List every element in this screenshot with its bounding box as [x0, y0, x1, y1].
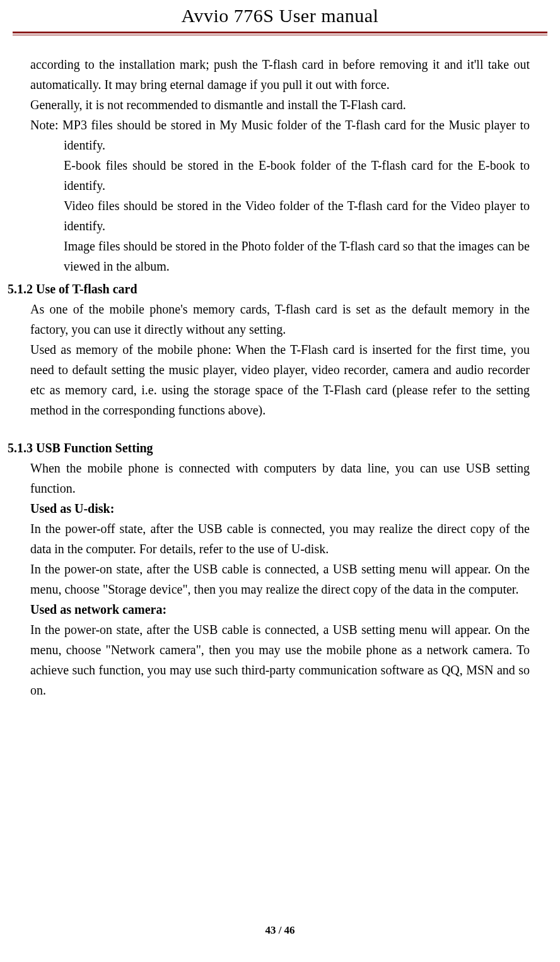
paragraph: In the power-off state, after the USB ca…: [30, 519, 530, 559]
header-title: Avvio 776S User manual: [0, 5, 560, 26]
section-heading-512: 5.1.2 Use of T-flash card: [8, 279, 530, 299]
note-line: Video files should be stored in the Vide…: [30, 196, 530, 236]
section-heading-513: 5.1.3 USB Function Setting: [8, 438, 530, 458]
note-line: Note: MP3 files should be stored in My M…: [30, 115, 530, 155]
subheading-netcam: Used as network camera:: [30, 599, 530, 619]
subheading-udisk: Used as U-disk:: [30, 498, 530, 519]
paragraph: according to the installation mark; push…: [30, 54, 530, 95]
page-header: Avvio 776S User manual: [0, 0, 560, 30]
page-content: according to the installation mark; push…: [0, 35, 560, 700]
paragraph: In the power-on state, after the USB cab…: [30, 559, 530, 599]
paragraph: Generally, it is not recommended to dism…: [30, 95, 530, 115]
note-line: E-book files should be stored in the E-b…: [30, 155, 530, 196]
note-line: Image files should be stored in the Phot…: [30, 236, 530, 276]
paragraph: In the power-on state, after the USB cab…: [30, 619, 530, 700]
page-footer: 43 / 46: [0, 924, 560, 937]
paragraph: As one of the mobile phone's memory card…: [30, 299, 530, 339]
page-number: 43 / 46: [265, 924, 295, 936]
paragraph: Used as memory of the mobile phone: When…: [30, 339, 530, 420]
paragraph: When the mobile phone is connected with …: [30, 458, 530, 498]
